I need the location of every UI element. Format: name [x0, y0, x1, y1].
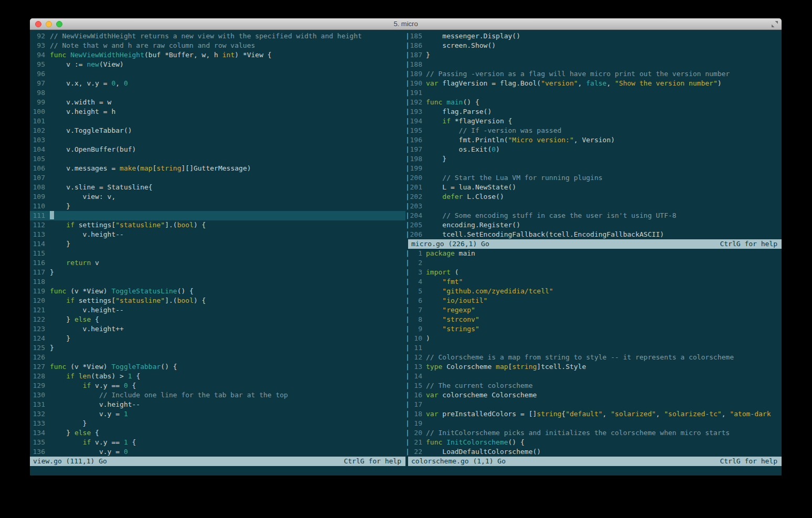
code-line[interactable]: |197 os.Exit(0) [405, 145, 782, 154]
code-line[interactable]: 131 v.height-- [30, 400, 405, 409]
code-line[interactable]: 116 return v [30, 258, 405, 268]
code-line[interactable]: |10) [405, 334, 782, 343]
code-line[interactable]: 109 view: v, [30, 192, 405, 202]
code-line[interactable]: 108 v.sline = Statusline{ [30, 183, 405, 192]
editor-pane-view-go[interactable]: 92// NewViewWidthHeight returns a new vi… [30, 31, 405, 466]
window-titlebar[interactable]: 5. micro [30, 18, 782, 30]
code-line[interactable]: |13type Colorscheme map[string]tcell.Sty… [405, 362, 782, 372]
code-line[interactable]: 115 [30, 249, 405, 258]
code-line[interactable]: |205 encoding.Register() [405, 220, 782, 230]
editor-panes-right[interactable]: |185 messenger.Display()|186 screen.Show… [405, 31, 782, 466]
code-line[interactable]: |8 "strconv" [405, 315, 782, 324]
code-line[interactable]: 126 [30, 353, 405, 362]
code-line[interactable]: |186 screen.Show() [405, 41, 782, 50]
code-line[interactable]: |201 L = lua.NewState() [405, 183, 782, 192]
code-lines: 92// NewViewWidthHeight returns a new vi… [30, 31, 405, 457]
code-line[interactable]: 124 } [30, 334, 405, 343]
code-line[interactable]: 103 [30, 135, 405, 145]
code-line[interactable]: 129 if v.y == 0 { [30, 381, 405, 390]
code-line[interactable]: |7 "regexp" [405, 305, 782, 315]
code-line[interactable]: |15// The current colorscheme [405, 381, 782, 390]
code-line[interactable]: |191 [405, 88, 782, 98]
code-line[interactable]: 93// Note that w and h are raw column an… [30, 41, 405, 50]
code-line[interactable]: 130 // Include one line for the tab bar … [30, 390, 405, 400]
code-line[interactable]: 104 v.OpenBuffer(buf) [30, 145, 405, 154]
code-line[interactable]: |17 [405, 400, 782, 409]
code-line[interactable]: 96 [30, 69, 405, 79]
code-line[interactable]: |198 } [405, 154, 782, 164]
code-line[interactable]: |188 [405, 60, 782, 69]
code-line[interactable]: |189// Passing -version as a flag will h… [405, 69, 782, 79]
code-line[interactable]: 113 v.height-- [30, 230, 405, 239]
code-line[interactable]: |204 // Some encoding stuff in case the … [405, 211, 782, 220]
code-line[interactable]: 128 if len(tabs) > 1 { [30, 372, 405, 381]
code-line[interactable]: |187} [405, 50, 782, 60]
code-line[interactable]: |195 // If -version was passed [405, 126, 782, 135]
code-line[interactable]: |1package main [405, 249, 782, 258]
code-line[interactable]: 122 } else { [30, 315, 405, 324]
code-line[interactable]: 133 } [30, 419, 405, 428]
code-line[interactable]: |192func main() { [405, 98, 782, 107]
code-line[interactable]: 92// NewViewWidthHeight returns a new vi… [30, 31, 405, 41]
code-line[interactable]: |193 flag.Parse() [405, 107, 782, 117]
code-line[interactable]: 111 [30, 211, 405, 220]
fullscreen-icon[interactable] [771, 20, 778, 28]
code-line[interactable]: |11 [405, 343, 782, 353]
code-line[interactable]: 106 v.messages = make(map[string][]Gutte… [30, 164, 405, 173]
code-line[interactable]: |14 [405, 372, 782, 381]
code-line[interactable]: |190var flagVersion = flag.Bool("version… [405, 79, 782, 88]
code-line[interactable]: 121 v.height-- [30, 305, 405, 315]
code-line[interactable]: 110 } [30, 202, 405, 211]
code-line[interactable]: 114 } [30, 239, 405, 249]
code-line[interactable]: 134 } else { [30, 428, 405, 438]
code-line[interactable]: |6 "io/ioutil" [405, 296, 782, 305]
code-line[interactable]: |3import ( [405, 268, 782, 277]
code-line[interactable]: |199 [405, 164, 782, 173]
code-line[interactable]: 99 v.width = w [30, 98, 405, 107]
code-line[interactable]: 97 v.x, v.y = 0, 0 [30, 79, 405, 88]
code-line[interactable]: |4 "fmt" [405, 277, 782, 287]
code-line[interactable]: |12// Colorscheme is a map from string t… [405, 353, 782, 362]
code-line[interactable]: 132 v.y = 1 [30, 409, 405, 419]
code-line[interactable]: 127func (v *View) ToggleTabbar() { [30, 362, 405, 372]
code-line[interactable]: |9 "strings" [405, 324, 782, 334]
code-line[interactable]: |185 messenger.Display() [405, 31, 782, 41]
code-line[interactable]: 120 if settings["statusline"].(bool) { [30, 296, 405, 305]
code-line[interactable]: 98 [30, 88, 405, 98]
code-line[interactable]: 100 v.height = h [30, 107, 405, 117]
code-line[interactable]: 135 if v.y == 1 { [30, 438, 405, 447]
code-line[interactable]: |22 LoadDefaultColorscheme() [405, 447, 782, 457]
code-line[interactable]: 107 [30, 173, 405, 183]
code-line[interactable]: 101 [30, 117, 405, 126]
code-line[interactable]: |200 // Start the Lua VM for running plu… [405, 173, 782, 183]
code-line[interactable]: 94func NewViewWidthHeight(buf *Buffer, w… [30, 50, 405, 60]
code-text [50, 69, 405, 79]
code-line[interactable]: 136 v.y = 0 [30, 447, 405, 457]
code-line[interactable]: |16var colorscheme Colorscheme [405, 390, 782, 400]
code-line[interactable]: 102 v.ToggleTabbar() [30, 126, 405, 135]
code-line[interactable]: |203 [405, 202, 782, 211]
code-line[interactable]: |2 [405, 258, 782, 268]
code-line[interactable]: |206 tcell.SetEncodingFallback(tcell.Enc… [405, 230, 782, 239]
line-number: 93 [33, 41, 45, 50]
code-line[interactable]: 125} [30, 343, 405, 353]
line-number: 203 [410, 202, 422, 211]
code-text: } [50, 268, 405, 277]
code-line[interactable]: 117} [30, 268, 405, 277]
code-line[interactable]: 123 v.height++ [30, 324, 405, 334]
code-line[interactable]: 118 [30, 277, 405, 287]
code-line[interactable]: |19 [405, 419, 782, 428]
code-line[interactable]: |21func InitColorscheme() { [405, 438, 782, 447]
code-line[interactable]: |196 fmt.Println("Micro version:", Versi… [405, 135, 782, 145]
code-line[interactable]: 119func (v *View) ToggleStatusLine() { [30, 287, 405, 296]
code-line[interactable]: 112 if settings["statusline"].(bool) { [30, 220, 405, 230]
code-line[interactable]: |5 "github.com/zyedidia/tcell" [405, 287, 782, 296]
code-line[interactable]: 105 [30, 154, 405, 164]
split-divider: | [405, 183, 410, 192]
code-line[interactable]: |20// InitColorscheme picks and initiali… [405, 428, 782, 438]
code-line[interactable]: |194 if *flagVersion { [405, 117, 782, 126]
code-line[interactable]: |18var preInstalledColors = []string{"de… [405, 409, 782, 419]
code-line[interactable]: |202 defer L.Close() [405, 192, 782, 202]
code-line[interactable]: 95 v := new(View) [30, 60, 405, 69]
split-divider: | [405, 372, 410, 381]
